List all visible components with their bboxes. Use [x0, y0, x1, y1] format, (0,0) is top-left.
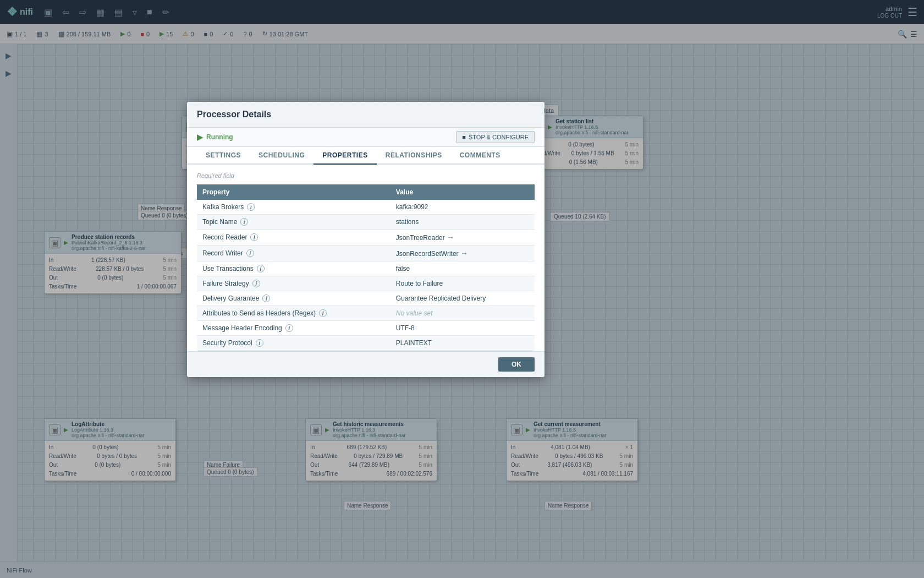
- property-value-text: JsonRecordSetWriter: [396, 250, 459, 258]
- dialog-title: Processor Details: [197, 110, 271, 119]
- property-column-header: Property: [197, 184, 391, 200]
- dialog-status-bar: ▶ Running ■ STOP & CONFIGURE: [187, 128, 544, 147]
- running-label: Running: [206, 133, 233, 141]
- table-row[interactable]: Record WriteriJsonRecordSetWriter →: [197, 246, 535, 261]
- help-icon[interactable]: i: [319, 309, 327, 317]
- dialog-tabs: SETTINGS SCHEDULING PROPERTIES RELATIONS…: [187, 147, 544, 165]
- tab-properties[interactable]: PROPERTIES: [314, 147, 376, 165]
- help-icon[interactable]: i: [246, 249, 254, 257]
- property-name-cell: Kafka Brokersi: [197, 200, 391, 215]
- property-name-text: Record Reader: [202, 233, 247, 241]
- no-value-text: No value set: [396, 309, 433, 317]
- properties-table-header: Property Value: [197, 184, 535, 200]
- table-row[interactable]: Delivery GuaranteeiGuarantee Replicated …: [197, 291, 535, 306]
- required-field-label: Required field: [197, 172, 535, 179]
- help-icon[interactable]: i: [240, 218, 248, 226]
- help-icon[interactable]: i: [252, 280, 260, 287]
- property-name-text: Delivery Guarantee: [202, 295, 259, 302]
- table-header-row: Property Value: [197, 184, 535, 200]
- help-icon[interactable]: i: [256, 339, 263, 347]
- property-value-cell: JsonRecordSetWriter →: [391, 246, 535, 261]
- property-value-cell: Guarantee Replicated Delivery: [391, 291, 535, 306]
- property-value-text: Guarantee Replicated Delivery: [396, 295, 486, 302]
- property-name-cell: Record Writeri: [197, 246, 391, 261]
- tab-relationships[interactable]: RELATIONSHIPS: [377, 147, 451, 165]
- property-name-text: Message Header Encoding: [202, 324, 282, 332]
- table-row[interactable]: Record ReaderiJsonTreeReader →: [197, 230, 535, 246]
- properties-table-body: Kafka Brokersikafka:9092Topic Nameistati…: [197, 200, 535, 351]
- table-row[interactable]: Use Transactionsifalse: [197, 261, 535, 276]
- table-row[interactable]: Attributes to Send as Headers (Regex)iNo…: [197, 306, 535, 321]
- tab-scheduling[interactable]: SCHEDULING: [250, 147, 314, 165]
- tab-settings[interactable]: SETTINGS: [197, 147, 250, 165]
- value-column-header: Value: [391, 184, 535, 200]
- property-value-cell: UTF-8: [391, 321, 535, 336]
- table-row[interactable]: Topic Nameistations: [197, 215, 535, 230]
- property-value-text: kafka:9092: [396, 203, 428, 211]
- stop-configure-icon: ■: [462, 134, 466, 140]
- property-name-text: Record Writer: [202, 249, 243, 257]
- property-value-cell: No value set: [391, 306, 535, 321]
- property-value-text: stations: [396, 218, 419, 226]
- property-name-cell: Failure Strategyi: [197, 276, 391, 291]
- processor-details-dialog: Processor Details ▶ Running ■ STOP & CON…: [187, 102, 544, 377]
- table-row[interactable]: Kafka Brokersikafka:9092: [197, 200, 535, 215]
- property-value-cell: PLAINTEXT: [391, 336, 535, 351]
- property-value-text: UTF-8: [396, 324, 415, 332]
- running-indicator: ▶ Running: [197, 133, 233, 141]
- property-name-cell: Topic Namei: [197, 215, 391, 230]
- help-icon[interactable]: i: [250, 233, 258, 241]
- help-icon[interactable]: i: [262, 295, 270, 302]
- table-row[interactable]: Security ProtocoliPLAINTEXT: [197, 336, 535, 351]
- help-icon[interactable]: i: [247, 203, 255, 211]
- table-row[interactable]: Message Header EncodingiUTF-8: [197, 321, 535, 336]
- property-value-cell: false: [391, 261, 535, 276]
- table-row[interactable]: Failure StrategyiRoute to Failure: [197, 276, 535, 291]
- help-icon[interactable]: i: [285, 324, 293, 332]
- property-value-text: PLAINTEXT: [396, 339, 432, 347]
- help-icon[interactable]: i: [257, 265, 265, 272]
- property-name-text: Kafka Brokers: [202, 203, 244, 211]
- property-value-cell: JsonTreeReader →: [391, 230, 535, 246]
- modal-overlay: Processor Details ▶ Running ■ STOP & CON…: [0, 0, 924, 578]
- property-name-cell: Security Protocoli: [197, 336, 391, 351]
- property-value-text: false: [396, 265, 410, 272]
- property-name-cell: Use Transactionsi: [197, 261, 391, 276]
- navigate-to-icon[interactable]: →: [447, 233, 454, 242]
- property-name-text: Use Transactions: [202, 265, 254, 272]
- property-value-cell: Route to Failure: [391, 276, 535, 291]
- property-value-text: Route to Failure: [396, 280, 443, 287]
- properties-table: Property Value Kafka Brokersikafka:9092T…: [197, 184, 535, 351]
- property-value-text: JsonTreeReader: [396, 234, 445, 242]
- stop-configure-button[interactable]: ■ STOP & CONFIGURE: [456, 131, 535, 143]
- property-name-cell: Delivery Guaranteei: [197, 291, 391, 306]
- property-name-text: Topic Name: [202, 218, 237, 226]
- property-name-cell: Message Header Encodingi: [197, 321, 391, 336]
- ok-button[interactable]: OK: [498, 357, 535, 372]
- dialog-header: Processor Details: [187, 102, 544, 128]
- property-name-text: Security Protocol: [202, 339, 252, 347]
- property-name-text: Attributes to Send as Headers (Regex): [202, 309, 316, 317]
- property-value-cell: kafka:9092: [391, 200, 535, 215]
- property-value-cell: stations: [391, 215, 535, 230]
- running-dot-icon: ▶: [197, 133, 203, 141]
- property-name-cell: Record Readeri: [197, 230, 391, 246]
- tab-comments[interactable]: COMMENTS: [451, 147, 509, 165]
- dialog-content: Required field Property Value Kafka Brok…: [187, 165, 544, 351]
- property-name-cell: Attributes to Send as Headers (Regex)i: [197, 306, 391, 321]
- navigate-to-icon[interactable]: →: [460, 249, 468, 258]
- dialog-footer: OK: [187, 351, 544, 377]
- property-name-text: Failure Strategy: [202, 280, 249, 287]
